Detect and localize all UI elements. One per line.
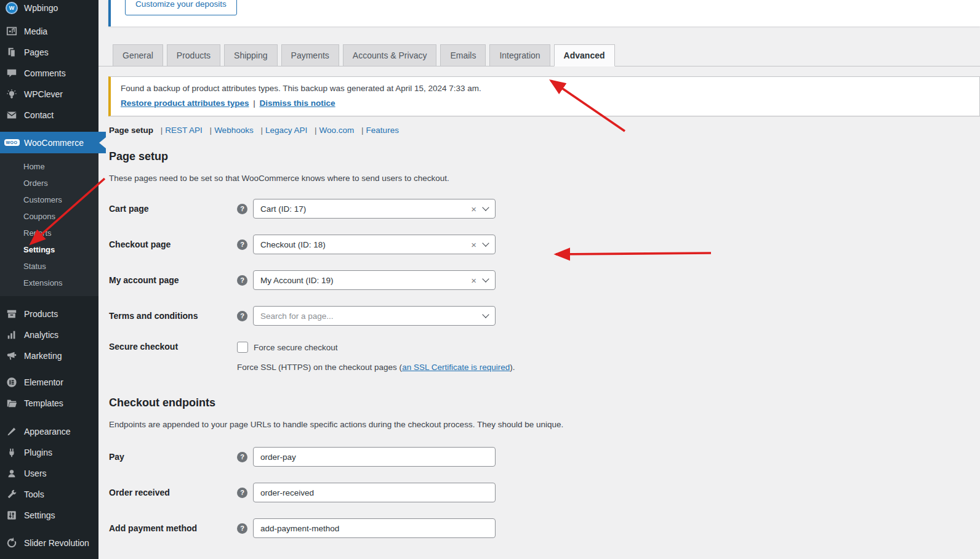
secure-checkout-label: Secure checkout [109, 342, 237, 352]
settings-tab-bar: General Products Shipping Payments Accou… [98, 44, 980, 66]
submenu-item-home[interactable]: Home [0, 158, 98, 175]
cart-page-select[interactable]: Cart (ID: 17) × [253, 199, 496, 219]
sidebar-item-marketing[interactable]: Marketing [0, 345, 98, 366]
cart-page-label: Cart page [109, 204, 237, 214]
envelope-icon [6, 109, 18, 121]
chevron-down-icon [482, 275, 489, 282]
clear-selection-icon[interactable]: × [471, 204, 476, 214]
pay-label: Pay [109, 452, 237, 462]
rotate-icon [6, 537, 18, 549]
sidebar-item-pages[interactable]: Pages [0, 42, 98, 63]
sidebar-item-label: Elementor [24, 377, 63, 387]
submenu-item-reports[interactable]: Reports [0, 225, 98, 241]
tab-advanced[interactable]: Advanced [554, 44, 615, 66]
force-secure-checkout-checkbox[interactable] [237, 342, 248, 353]
chevron-down-icon [482, 239, 489, 246]
current-menu-arrow [98, 132, 106, 153]
ssl-desc-text: Force SSL (HTTPS) on the checkout pages … [237, 363, 402, 372]
checkout-page-select[interactable]: Checkout (ID: 18) × [253, 235, 496, 254]
subnav-separator: | [361, 126, 364, 135]
sidebar-item-site[interactable]: W Wpbingo [0, 0, 98, 16]
submenu-item-coupons[interactable]: Coupons [0, 208, 98, 225]
sidebar-item-wpclever[interactable]: WPClever [0, 84, 98, 105]
subnav-webhooks[interactable]: Webhooks [214, 126, 254, 135]
subnav-page-setup[interactable]: Page setup [109, 126, 153, 135]
subnav-rest-api[interactable]: REST API [165, 126, 203, 135]
pay-endpoint-input[interactable] [253, 447, 496, 467]
sidebar-item-label: Products [24, 309, 58, 319]
page-setup-description: These pages need to be set so that WooCo… [109, 174, 980, 183]
sidebar-item-comments[interactable]: Comments [0, 63, 98, 84]
sidebar-item-elementor[interactable]: Elementor [0, 372, 98, 393]
submenu-item-orders[interactable]: Orders [0, 175, 98, 191]
subnav-separator: | [161, 126, 163, 135]
order-received-endpoint-row: Order received ? [109, 483, 980, 502]
woocommerce-icon: WOO [6, 137, 18, 149]
sidebar-item-plugins[interactable]: Plugins [0, 442, 98, 463]
ssl-certificate-link[interactable]: an SSL Certificate is required [402, 363, 510, 372]
page-setup-form: Cart page ? Cart (ID: 17) × Checkout pag… [109, 199, 980, 372]
tab-payments[interactable]: Payments [281, 44, 339, 66]
submenu-item-extensions[interactable]: Extensions [0, 275, 98, 291]
submenu-item-settings[interactable]: Settings [0, 241, 98, 258]
checkout-endpoints-title: Checkout endpoints [109, 396, 980, 409]
sidebar-item-woocommerce[interactable]: WOO WooCommerce [0, 132, 98, 153]
tab-shipping[interactable]: Shipping [224, 44, 278, 66]
sidebar-item-label: Comments [24, 68, 66, 78]
clear-selection-icon[interactable]: × [471, 239, 476, 250]
sidebar-item-contact[interactable]: Contact [0, 105, 98, 126]
sidebar-item-slider-revolution[interactable]: Slider Revolution [0, 533, 98, 553]
checkout-endpoints-description: Endpoints are appended to your page URLs… [109, 420, 980, 429]
restore-attributes-link[interactable]: Restore product attributes types [121, 99, 249, 108]
add-payment-endpoint-input[interactable] [253, 518, 496, 538]
link-separator: | [253, 99, 255, 108]
sidebar-item-templates[interactable]: Templates [0, 393, 98, 414]
sidebar-item-tools[interactable]: Tools [0, 484, 98, 505]
sidebar-item-label: Contact [24, 110, 54, 120]
tab-emails[interactable]: Emails [440, 44, 486, 66]
help-icon[interactable]: ? [237, 452, 247, 462]
sidebar-item-analytics[interactable]: Analytics [0, 324, 98, 345]
subnav-woo-com[interactable]: Woo.com [319, 126, 355, 135]
subnav-features[interactable]: Features [366, 126, 399, 135]
customize-deposits-button[interactable]: Customize your deposits [125, 0, 237, 15]
secure-checkout-row: Secure checkout Force secure checkout Fo… [109, 342, 980, 372]
checkout-page-row: Checkout page ? Checkout (ID: 18) × [109, 235, 980, 254]
help-icon[interactable]: ? [237, 275, 247, 286]
sidebar-item-label: Marketing [24, 351, 62, 361]
tab-integration[interactable]: Integration [489, 44, 550, 66]
help-icon[interactable]: ? [237, 204, 247, 214]
clear-selection-icon[interactable]: × [471, 275, 476, 286]
help-icon[interactable]: ? [237, 523, 247, 534]
help-icon[interactable]: ? [237, 239, 247, 250]
tab-products[interactable]: Products [167, 44, 220, 66]
terms-page-select[interactable]: Search for a page... [253, 306, 496, 326]
sidebar-item-label: Slider Revolution [24, 538, 89, 548]
sidebar-item-users[interactable]: Users [0, 463, 98, 484]
sidebar-item-label: Analytics [24, 330, 58, 340]
deposits-notice: Customize your deposits [108, 0, 980, 26]
sidebar-item-settings[interactable]: Settings [0, 505, 98, 526]
checkout-page-label: Checkout page [109, 239, 237, 249]
sidebar-item-appearance[interactable]: Appearance [0, 421, 98, 442]
sidebar-item-label: Wpbingo [24, 3, 58, 13]
elementor-icon [6, 376, 18, 388]
submenu-item-status[interactable]: Status [0, 258, 98, 275]
backup-warning-notice: Found a backup of product attributes typ… [108, 76, 980, 116]
sidebar-item-media[interactable]: Media [0, 21, 98, 42]
tab-accounts-privacy[interactable]: Accounts & Privacy [343, 44, 437, 66]
account-page-select[interactable]: My Account (ID: 19) × [253, 270, 496, 290]
dismiss-notice-link[interactable]: Dismiss this notice [260, 99, 335, 108]
subnav-legacy-api[interactable]: Legacy API [265, 126, 307, 135]
help-icon[interactable]: ? [237, 488, 247, 498]
user-icon [6, 467, 18, 480]
chevron-down-icon [482, 311, 489, 318]
tab-general[interactable]: General [113, 44, 163, 66]
force-secure-checkout-label: Force secure checkout [254, 343, 338, 352]
submenu-item-customers[interactable]: Customers [0, 191, 98, 208]
order-received-endpoint-input[interactable] [253, 483, 496, 502]
help-icon[interactable]: ? [237, 311, 247, 321]
sidebar-item-label: Plugins [24, 448, 52, 457]
sidebar-item-products[interactable]: Products [0, 304, 98, 324]
plug-icon [6, 446, 18, 459]
